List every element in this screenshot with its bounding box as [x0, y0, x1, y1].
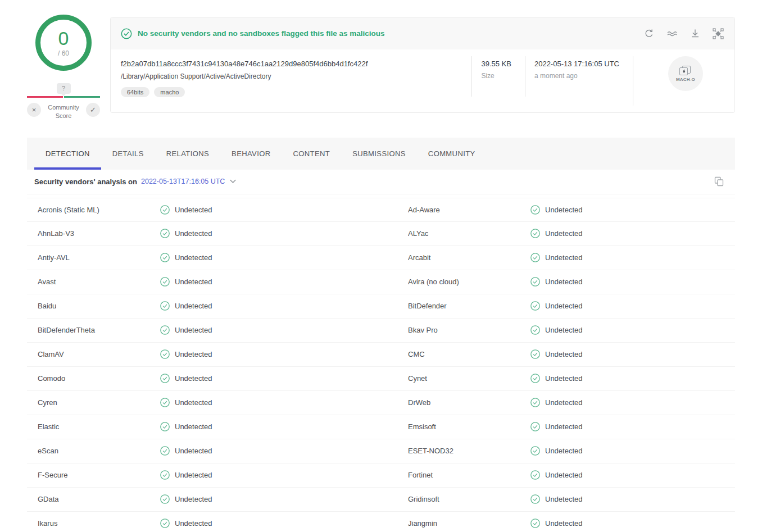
vendor-name: Jiangmin — [408, 519, 530, 528]
tab-content[interactable]: CONTENT — [282, 138, 342, 170]
tab-details[interactable]: DETAILS — [101, 138, 155, 170]
undetected-check-icon — [160, 325, 170, 335]
reanalyze-icon[interactable] — [643, 28, 655, 39]
tab-community[interactable]: COMMUNITY — [417, 138, 487, 170]
status-label: Undetected — [175, 326, 212, 334]
file-summary-card: No security vendors and no sandboxes fla… — [110, 17, 735, 113]
vendor-name: CMC — [408, 350, 530, 358]
table-row: Acronis (Static ML) Undetected Ad-Aware … — [27, 198, 735, 222]
undetected-check-icon — [530, 446, 540, 456]
file-info-row: f2b2a07db11a8ccc3f7431c94130a48e746c1aa2… — [111, 49, 734, 106]
undetected-check-icon — [160, 253, 170, 262]
tag-64bits[interactable]: 64bits — [121, 87, 149, 97]
vendor-name: BitDefender — [408, 302, 530, 310]
vote-harmless-button[interactable]: ✓ — [86, 103, 100, 117]
status-label: Undetected — [175, 447, 212, 455]
undetected-check-icon — [530, 229, 540, 238]
status-label: Undetected — [175, 471, 212, 479]
table-row: AhnLab-V3 Undetected ALYac Undetected — [27, 222, 735, 246]
undetected-check-icon — [160, 398, 170, 407]
table-row: BitDefenderTheta Undetected Bkav Pro Und… — [27, 319, 735, 343]
detection-status: Undetected — [160, 277, 408, 287]
detection-status: Undetected — [530, 422, 735, 431]
score-widget: 0 / 60 ? × Community Score ✓ — [27, 15, 100, 120]
status-label: Undetected — [545, 495, 583, 503]
chevron-down-icon[interactable] — [230, 179, 236, 184]
detection-status: Undetected — [160, 229, 408, 238]
vendor-name: GData — [38, 495, 160, 503]
detection-status: Undetected — [160, 349, 408, 359]
gauge-positive-segment — [64, 96, 100, 98]
detection-status: Undetected — [160, 301, 408, 311]
detection-status: Undetected — [530, 494, 735, 504]
undetected-check-icon — [530, 349, 540, 359]
table-row: Baidu Undetected BitDefender Undetected — [27, 294, 735, 319]
tab-detection[interactable]: DETECTION — [34, 138, 101, 170]
status-label: Undetected — [175, 519, 212, 528]
table-row: Ikarus Undetected Jiangmin Undetected — [27, 512, 735, 532]
status-label: Undetected — [545, 206, 583, 214]
table-row: Comodo Undetected Cynet Undetected — [27, 367, 735, 391]
status-label: Undetected — [175, 398, 212, 407]
status-label: Undetected — [545, 326, 583, 334]
undetected-check-icon — [160, 470, 170, 480]
status-label: Undetected — [175, 229, 212, 238]
detections-table: Acronis (Static ML) Undetected Ad-Aware … — [27, 198, 735, 532]
detection-status: Undetected — [160, 422, 408, 431]
tab-submissions[interactable]: SUBMISSIONS — [341, 138, 417, 170]
status-label: Undetected — [545, 398, 583, 407]
file-type-badge-area: MACH-O — [633, 56, 734, 106]
graph-icon[interactable] — [712, 28, 724, 40]
analysis-date-relative: a moment ago — [534, 72, 619, 80]
detection-status: Undetected — [160, 374, 408, 383]
detection-status: Undetected — [530, 519, 735, 528]
vendor-name: Elastic — [38, 422, 160, 431]
copy-icon[interactable] — [714, 176, 724, 187]
vendor-name: eScan — [38, 447, 160, 455]
undetected-check-icon — [530, 277, 540, 287]
undetected-check-icon — [160, 374, 170, 383]
undetected-check-icon — [530, 398, 540, 407]
table-row: Avast Undetected Avira (no cloud) Undete… — [27, 270, 735, 294]
detection-status: Undetected — [530, 277, 735, 287]
vendor-name: DrWeb — [408, 398, 530, 407]
undetected-check-icon — [530, 374, 540, 383]
tab-behavior[interactable]: BEHAVIOR — [220, 138, 282, 170]
verdict-check-icon — [121, 28, 132, 39]
analysis-date-link[interactable]: 2022-05-13T17:16:05 UTC — [141, 178, 225, 185]
undetected-check-icon — [530, 422, 540, 431]
tab-relations[interactable]: RELATIONS — [155, 138, 220, 170]
detection-status: Undetected — [530, 446, 735, 456]
undetected-check-icon — [160, 519, 170, 528]
status-label: Undetected — [175, 278, 212, 286]
vendor-name: Ikarus — [38, 519, 160, 528]
similar-files-icon[interactable] — [666, 28, 678, 39]
status-label: Undetected — [545, 229, 583, 238]
download-icon[interactable] — [690, 28, 701, 39]
header-actions — [643, 28, 724, 40]
macho-file-icon — [679, 66, 692, 76]
status-label: Undetected — [545, 350, 583, 358]
vendor-name: AhnLab-V3 — [38, 229, 160, 238]
undetected-check-icon — [160, 205, 170, 215]
file-tags: 64bits macho — [121, 87, 466, 97]
vote-malicious-button[interactable]: × — [27, 103, 41, 117]
analysis-heading-row: Security vendors' analysis on 2022-05-13… — [27, 170, 735, 194]
vendor-name: Cynet — [408, 374, 530, 383]
status-label: Undetected — [175, 422, 212, 431]
detection-status: Undetected — [530, 349, 735, 359]
tag-macho[interactable]: macho — [154, 87, 185, 97]
status-label: Undetected — [545, 278, 583, 286]
detection-score-total: / 60 — [58, 49, 69, 57]
status-label: Undetected — [545, 471, 583, 479]
table-row: Elastic Undetected Emsisoft Undetected — [27, 415, 735, 439]
file-size-value: 39.55 KB — [481, 60, 511, 68]
vendor-name: Gridinsoft — [408, 495, 530, 503]
file-type-badge: MACH-O — [668, 56, 703, 91]
analysis-date-block: 2022-05-13 17:16:05 UTC a moment ago — [525, 56, 633, 97]
status-label: Undetected — [175, 495, 212, 503]
detection-status: Undetected — [160, 446, 408, 456]
undetected-check-icon — [530, 470, 540, 480]
vendor-name: F-Secure — [38, 471, 160, 479]
undetected-check-icon — [160, 277, 170, 287]
